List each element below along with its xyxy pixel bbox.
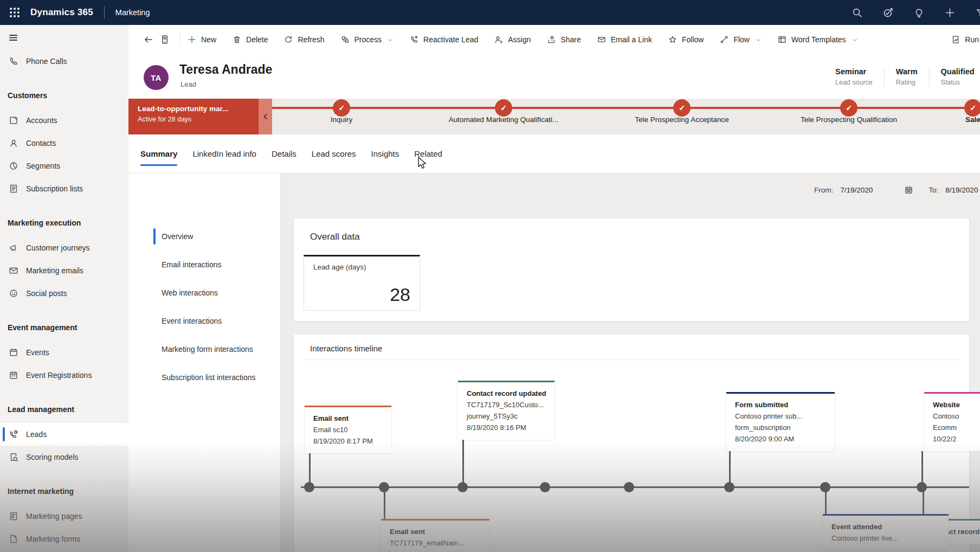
timeline-event-title: Email sent bbox=[390, 526, 482, 537]
timeline-event-card[interactable]: Contact record updatedTC717179_Sc10Custo… bbox=[458, 381, 555, 440]
to-date-field[interactable]: 8/19/2020 bbox=[945, 186, 978, 194]
date-range: From: 7/19/2020 To: 8/19/2020 bbox=[814, 185, 978, 195]
stage-label[interactable]: Tele Prospecting Acceptance bbox=[635, 115, 728, 124]
sidebar-item-phone-calls[interactable]: Phone Calls bbox=[0, 50, 128, 73]
search-icon[interactable] bbox=[852, 8, 862, 18]
chevron-left-icon bbox=[262, 113, 269, 120]
sidebar-item-customer-journeys[interactable]: Customer journeys bbox=[0, 236, 128, 259]
event-registrations-icon bbox=[9, 370, 18, 380]
back-button[interactable] bbox=[140, 31, 157, 48]
command-items: NewDeleteRefreshProcessReactivate LeadAs… bbox=[188, 35, 980, 44]
stat-label: Status bbox=[941, 79, 975, 86]
process-status: Active for 28 days bbox=[138, 115, 259, 123]
tab-linkedin-lead-info[interactable]: LinkedIn lead info bbox=[192, 134, 256, 173]
command-divider bbox=[180, 33, 180, 46]
header-stats: SeminarLead sourceWarmRatingQualifiedSta… bbox=[824, 67, 980, 86]
stat-label: Lead source bbox=[835, 79, 873, 86]
process-name-box[interactable]: Lead-to-opportunity mar... Active for 28… bbox=[128, 99, 259, 134]
stage-check-icon[interactable]: ✓ bbox=[495, 99, 512, 117]
timeline-event-card[interactable]: Form submittedContoso printer sub...form… bbox=[726, 392, 835, 451]
menu-button[interactable] bbox=[0, 25, 128, 50]
brand-title: Dynamics 365 bbox=[30, 7, 93, 18]
calendar-icon[interactable] bbox=[904, 185, 913, 195]
command-new-button[interactable]: New bbox=[188, 35, 216, 44]
stage-check-icon[interactable]: ✓ bbox=[673, 99, 691, 117]
task-check-icon[interactable] bbox=[883, 8, 893, 18]
sidebar-item-label: Event Registrations bbox=[26, 371, 92, 380]
insights-nav-overview[interactable]: Overview bbox=[128, 222, 280, 251]
timeline-connector bbox=[462, 440, 464, 487]
timeline-event-card[interactable]: WebsiteContosoEcomm10/22/2 bbox=[924, 392, 980, 451]
insights-nav-marketing-form-interactions[interactable]: Marketing form interactions bbox=[128, 335, 280, 363]
command-word-templates-button[interactable]: Word Templates bbox=[778, 35, 858, 44]
waffle-icon[interactable] bbox=[9, 7, 21, 18]
timeline-event-card[interactable]: Event attendedContoso printer live... bbox=[823, 514, 949, 550]
segments-icon bbox=[9, 161, 18, 171]
app-area-title[interactable]: Marketing bbox=[115, 8, 150, 17]
tab-details[interactable]: Details bbox=[272, 134, 296, 173]
sidebar-item-marketing-pages[interactable]: Marketing pages bbox=[0, 505, 128, 528]
command-run-button[interactable]: Run bbox=[951, 35, 979, 44]
command-delete-button[interactable]: Delete bbox=[233, 35, 268, 44]
sidebar-item-subscription-lists[interactable]: Subscription lists bbox=[0, 177, 128, 200]
sidebar-item-scoring-models[interactable]: Scoring models bbox=[0, 446, 128, 468]
command-refresh-button[interactable]: Refresh bbox=[284, 35, 324, 44]
timeline-event-line: Contoso printer live... bbox=[831, 532, 941, 544]
process-collapse-button[interactable] bbox=[259, 99, 272, 134]
command-assign-button[interactable]: Assign bbox=[494, 35, 531, 44]
tab-insights[interactable]: Insights bbox=[371, 134, 399, 173]
command-reactivate-lead-button[interactable]: Reactivate Lead bbox=[410, 35, 478, 44]
command-label: Delete bbox=[246, 35, 268, 44]
tab-lead-scores[interactable]: Lead scores bbox=[312, 134, 356, 173]
header-stat: SeminarLead source bbox=[824, 67, 884, 86]
stage-label[interactable]: Tele Prospecting Qualification bbox=[801, 115, 897, 124]
sidebar-item-leads[interactable]: Leads bbox=[0, 423, 128, 446]
sidebar-item-label: Marketing emails bbox=[26, 266, 83, 275]
insights-nav-email-interactions[interactable]: Email interactions bbox=[128, 251, 280, 279]
lightbulb-icon[interactable] bbox=[914, 8, 924, 18]
sidebar-item-contacts[interactable]: Contacts bbox=[0, 132, 128, 155]
timeline-event-card[interactable]: Email sentTC717179_emailNam... bbox=[381, 519, 489, 552]
stage-label[interactable]: Sale bbox=[965, 115, 980, 124]
timeline-event-card[interactable]: Email sentEmail sc108/19/2020 8:17 PM bbox=[305, 406, 391, 453]
tab-related[interactable]: Related bbox=[414, 134, 442, 173]
command-flow-button[interactable]: Flow bbox=[720, 35, 762, 44]
interactions-timeline-card: Interactions timeline Email sentEmail sc… bbox=[294, 335, 969, 552]
timeline-node bbox=[304, 482, 314, 492]
header-stat: WarmRating bbox=[884, 67, 929, 86]
tab-summary[interactable]: Summary bbox=[140, 134, 177, 173]
sidebar-item-events[interactable]: Events bbox=[0, 341, 128, 364]
chevron-down-icon[interactable] bbox=[852, 36, 858, 43]
command-email-a-link-button[interactable]: Email a Link bbox=[597, 35, 652, 44]
sidebar-item-accounts[interactable]: Accounts bbox=[0, 109, 128, 132]
quick-create-plus-icon[interactable] bbox=[945, 8, 955, 18]
command-process-button[interactable]: Process bbox=[341, 35, 394, 44]
insights-nav-subscription-list-interactions[interactable]: Subscription list interactions bbox=[128, 363, 280, 391]
stat-value: Seminar bbox=[835, 67, 873, 76]
record-set-button[interactable] bbox=[157, 31, 173, 48]
command-follow-button[interactable]: Follow bbox=[668, 35, 704, 44]
chevron-down-icon[interactable] bbox=[755, 36, 762, 43]
filter-icon[interactable] bbox=[976, 8, 980, 18]
stage-label[interactable]: Automated Marketing Qualificati... bbox=[449, 115, 559, 124]
sidebar-item-event-registrations[interactable]: Event Registrations bbox=[0, 364, 128, 387]
record-type-label: Lead bbox=[180, 80, 196, 88]
insights-nav-event-interactions[interactable]: Event interactions bbox=[128, 307, 280, 335]
stage-check-icon[interactable]: ✓ bbox=[333, 99, 350, 117]
sidebar-item-marketing-forms[interactable]: Marketing forms bbox=[0, 528, 128, 550]
stage-check-icon[interactable]: ✓ bbox=[964, 99, 980, 117]
sitemap-sidebar: Phone CallsCustomersAccountsContactsSegm… bbox=[0, 25, 128, 552]
sidebar-item-marketing-emails[interactable]: Marketing emails bbox=[0, 259, 128, 282]
command-share-button[interactable]: Share bbox=[547, 35, 581, 44]
stage-label[interactable]: Inquiry bbox=[331, 115, 353, 124]
assign-icon bbox=[494, 35, 503, 44]
sidebar-item-segments[interactable]: Segments bbox=[0, 155, 128, 177]
sidebar-item-social-posts[interactable]: Social posts bbox=[0, 282, 128, 305]
timeline-event-title: Contact record updated bbox=[467, 388, 547, 399]
stage-check-icon[interactable]: ✓ bbox=[840, 99, 858, 117]
follow-icon bbox=[668, 35, 677, 44]
chevron-down-icon[interactable] bbox=[387, 36, 394, 43]
insights-nav-web-interactions[interactable]: Web interactions bbox=[128, 279, 280, 307]
form-tabs: SummaryLinkedIn lead infoDetailsLead sco… bbox=[128, 134, 980, 174]
from-date-field[interactable]: 7/19/2020 bbox=[840, 186, 873, 194]
